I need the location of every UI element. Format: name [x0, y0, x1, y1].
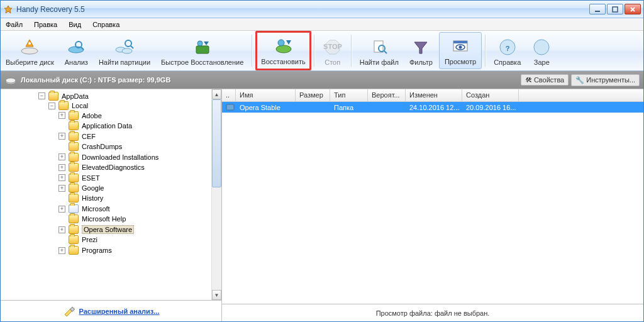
grid-header: .. Имя Размер Тип Вероят... Изменен Созд…: [222, 89, 643, 102]
register-button[interactable]: Заре: [526, 31, 557, 70]
tree-node[interactable]: +Opera Software: [58, 225, 134, 234]
col-created[interactable]: Создан: [462, 89, 519, 101]
col-name[interactable]: Имя: [236, 89, 296, 101]
file-grid: .. Имя Размер Тип Вероят... Изменен Созд…: [222, 89, 643, 304]
svg-point-9: [125, 40, 131, 47]
expand-icon[interactable]: +: [58, 153, 65, 160]
expand-icon[interactable]: [58, 195, 65, 202]
tree-label: Downloaded Installations: [82, 153, 158, 161]
menu-help[interactable]: Справка: [90, 19, 122, 30]
col-modified[interactable]: Изменен: [406, 89, 462, 101]
expand-icon[interactable]: [58, 216, 65, 223]
collapse-icon[interactable]: −: [38, 92, 45, 99]
tree-label: Programs: [82, 247, 112, 254]
status-bar: Просмотр файла: файл не выбран.: [222, 304, 643, 321]
folder-tree[interactable]: − AppData − Local +AdobeA: [1, 89, 221, 300]
tree-node-appdata[interactable]: − AppData: [38, 92, 89, 101]
help-button[interactable]: ? Справка: [489, 31, 526, 70]
restore-button[interactable]: Восстановить: [255, 31, 311, 70]
expand-icon[interactable]: +: [58, 174, 65, 181]
folder-icon: [69, 111, 79, 120]
expand-icon[interactable]: [58, 122, 65, 129]
svg-rect-21: [453, 41, 467, 43]
tree-node[interactable]: +CEF: [58, 132, 96, 141]
restore-label: Восстановить: [261, 58, 305, 65]
expand-icon[interactable]: +: [58, 133, 65, 140]
expand-icon[interactable]: +: [58, 247, 65, 254]
drive-icon: [4, 74, 17, 86]
tree-label: Prezi: [82, 236, 97, 243]
filter-icon: [411, 37, 431, 57]
expand-icon[interactable]: +: [58, 226, 65, 233]
properties-button[interactable]: 🛠 Свойства: [521, 74, 569, 86]
tree-node[interactable]: History: [58, 194, 103, 203]
scroll-down-button[interactable]: ▼: [212, 290, 221, 300]
tools-icon: 🔧: [575, 76, 584, 84]
advanced-analysis-link[interactable]: Расширенный анализ...: [79, 308, 160, 315]
tree-node[interactable]: +Microsoft: [58, 204, 110, 213]
preview-icon: [450, 36, 470, 57]
find-file-button[interactable]: Найти файл: [355, 31, 404, 70]
col-prob[interactable]: Вероят...: [368, 89, 406, 101]
tree-scrollbar[interactable]: ▲ ▼: [211, 89, 221, 300]
quick-restore-label: Быстрое Восстановление: [161, 58, 243, 66]
disk-icon: [19, 37, 40, 57]
restore-icon: [274, 36, 294, 57]
cell-type: Папка: [330, 103, 368, 112]
tree-node[interactable]: +Google: [58, 184, 104, 192]
expand-icon[interactable]: [58, 143, 65, 150]
tree-node[interactable]: +Adobe: [58, 111, 102, 120]
tree-node[interactable]: Prezi: [58, 235, 97, 244]
expand-icon[interactable]: [58, 236, 65, 243]
expand-icon[interactable]: +: [58, 206, 65, 213]
minimize-button[interactable]: [589, 4, 606, 14]
folder-icon: [69, 214, 79, 223]
scroll-thumb[interactable]: [212, 99, 221, 187]
select-disk-button[interactable]: Выберите диск: [1, 31, 60, 70]
tools-button[interactable]: 🔧 Инструменты...: [571, 74, 640, 86]
tree-node-local[interactable]: − Local: [48, 101, 88, 110]
find-partitions-label: Найти партиции: [99, 58, 150, 66]
tree-node[interactable]: +ESET: [58, 174, 100, 182]
tree-node[interactable]: CrashDumps: [58, 142, 122, 151]
left-pane: − AppData − Local +AdobeA: [1, 89, 222, 321]
close-button[interactable]: [625, 4, 641, 14]
col-icon[interactable]: ..: [222, 89, 236, 101]
folder-icon: [69, 204, 79, 213]
expand-icon[interactable]: +: [58, 112, 65, 119]
menu-file[interactable]: Файл: [3, 19, 25, 30]
tree-label: Microsoft Help: [82, 215, 126, 223]
tree-node[interactable]: +Downloaded Installations: [58, 153, 158, 162]
tree-node[interactable]: Application Data: [58, 121, 132, 130]
cell-prob: [368, 107, 406, 108]
folder-icon: [48, 92, 58, 101]
filter-button[interactable]: Фильтр: [404, 31, 438, 70]
maximize-button[interactable]: [607, 4, 623, 14]
grid-body[interactable]: Opera Stable Папка 24.10.2016 12... 20.0…: [222, 102, 643, 304]
cell-modified: 24.10.2016 12...: [406, 103, 462, 112]
col-type[interactable]: Тип: [330, 89, 368, 101]
col-size[interactable]: Размер: [296, 89, 330, 101]
find-partitions-button[interactable]: Найти партиции: [94, 31, 156, 70]
collapse-icon[interactable]: −: [48, 103, 55, 109]
scroll-up-button[interactable]: ▲: [212, 89, 221, 99]
preview-label: Просмотр: [445, 58, 476, 65]
svg-line-10: [131, 46, 133, 48]
menu-view[interactable]: Вид: [66, 19, 84, 30]
preview-button[interactable]: Просмотр: [439, 32, 482, 69]
quick-restore-button[interactable]: Быстрое Восстановление: [156, 31, 249, 70]
svg-point-2: [21, 48, 38, 54]
tree-label: CrashDumps: [82, 143, 122, 150]
folder-icon: [69, 174, 79, 182]
expand-icon[interactable]: +: [58, 164, 65, 171]
menu-edit[interactable]: Правка: [31, 19, 60, 30]
grid-row[interactable]: Opera Stable Папка 24.10.2016 12... 20.0…: [222, 102, 643, 113]
folder-icon: [69, 132, 79, 141]
tree-node[interactable]: Microsoft Help: [58, 214, 126, 223]
tree-label: History: [82, 194, 103, 202]
analyze-button[interactable]: Анализ: [60, 31, 94, 70]
tree-label: ElevatedDiagnostics: [82, 164, 145, 171]
tree-node[interactable]: +Programs: [58, 246, 112, 255]
expand-icon[interactable]: +: [58, 185, 65, 192]
tree-node[interactable]: +ElevatedDiagnostics: [58, 163, 145, 172]
